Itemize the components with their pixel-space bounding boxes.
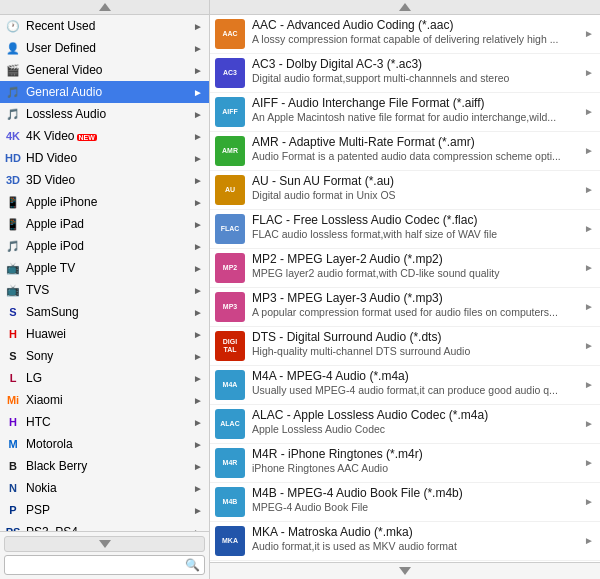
category-icon-apple-ipod: 🎵 xyxy=(4,237,22,255)
format-text-mka: MKA - Matroska Audio (*.mka) Audio forma… xyxy=(252,525,580,552)
sidebar-item-apple-iphone[interactable]: 📱 Apple iPhone ► xyxy=(0,191,209,213)
category-label-3d-video: 3D Video xyxy=(26,173,191,187)
sidebar-item-tvs[interactable]: 📺 TVS ► xyxy=(0,279,209,301)
sidebar-item-general-audio[interactable]: 🎵 General Audio ► xyxy=(0,81,209,103)
format-item-alac[interactable]: ALAC ALAC - Apple Lossless Audio Codec (… xyxy=(210,405,600,444)
category-icon-psp: P xyxy=(4,501,22,519)
chevron-right-icon: ► xyxy=(193,109,203,120)
sidebar-item-3d-video[interactable]: 3D 3D Video ► xyxy=(0,169,209,191)
search-input[interactable] xyxy=(9,559,185,571)
left-panel-up-arrow[interactable] xyxy=(0,0,210,14)
format-item-amr[interactable]: AMR AMR - Adaptive Multi-Rate Format (*.… xyxy=(210,132,600,171)
format-item-m4a[interactable]: M4A M4A - MPEG-4 Audio (*.m4a) Usually u… xyxy=(210,366,600,405)
sidebar-item-xiaomi[interactable]: Mi Xiaomi ► xyxy=(0,389,209,411)
chevron-right-icon: ► xyxy=(193,153,203,164)
category-icon-tvs: 📺 xyxy=(4,281,22,299)
sidebar-item-apple-ipad[interactable]: 📱 Apple iPad ► xyxy=(0,213,209,235)
format-title-m4r: M4R - iPhone Ringtones (*.m4r) xyxy=(252,447,580,461)
category-label-hd-video: HD Video xyxy=(26,151,191,165)
chevron-right-icon: ► xyxy=(584,330,594,351)
chevron-right-icon: ► xyxy=(193,329,203,340)
category-label-xiaomi: Xiaomi xyxy=(26,393,191,407)
sidebar-item-nokia[interactable]: N Nokia ► xyxy=(0,477,209,499)
category-icon-motorola: M xyxy=(4,435,22,453)
format-item-mka[interactable]: MKA MKA - Matroska Audio (*.mka) Audio f… xyxy=(210,522,600,561)
format-text-ac3: AC3 - Dolby Digital AC-3 (*.ac3) Digital… xyxy=(252,57,580,84)
format-item-m4r[interactable]: M4R M4R - iPhone Ringtones (*.m4r) iPhon… xyxy=(210,444,600,483)
sidebar-item-ps3-ps4[interactable]: PS PS3, PS4 ► xyxy=(0,521,209,531)
chevron-right-icon: ► xyxy=(584,369,594,390)
category-label-general-audio: General Audio xyxy=(26,85,191,99)
category-label-samsung: SamSung xyxy=(26,305,191,319)
category-label-general-video: General Video xyxy=(26,63,191,77)
category-icon-apple-ipad: 📱 xyxy=(4,215,22,233)
format-item-ac3[interactable]: AC3 AC3 - Dolby Digital AC-3 (*.ac3) Dig… xyxy=(210,54,600,93)
chevron-right-icon: ► xyxy=(193,219,203,230)
sidebar-item-motorola[interactable]: M Motorola ► xyxy=(0,433,209,455)
format-text-m4r: M4R - iPhone Ringtones (*.m4r) iPhone Ri… xyxy=(252,447,580,474)
chevron-right-icon: ► xyxy=(193,351,203,362)
chevron-right-icon: ► xyxy=(193,395,203,406)
format-item-mp2[interactable]: MP2 MP2 - MPEG Layer-2 Audio (*.mp2) MPE… xyxy=(210,249,600,288)
sidebar-item-samsung[interactable]: S SamSung ► xyxy=(0,301,209,323)
sidebar-item-user-defined[interactable]: 👤 User Defined ► xyxy=(0,37,209,59)
sidebar-item-blackberry[interactable]: B Black Berry ► xyxy=(0,455,209,477)
sidebar-item-apple-tv[interactable]: 📺 Apple TV ► xyxy=(0,257,209,279)
format-text-flac: FLAC - Free Lossless Audio Codec (*.flac… xyxy=(252,213,580,240)
category-label-ps3-ps4: PS3, PS4 xyxy=(26,525,191,531)
sidebar-item-lg[interactable]: L LG ► xyxy=(0,367,209,389)
sidebar-item-psp[interactable]: P PSP ► xyxy=(0,499,209,521)
category-icon-blackberry: B xyxy=(4,457,22,475)
format-title-mka: MKA - Matroska Audio (*.mka) xyxy=(252,525,580,539)
format-title-mp3: MP3 - MPEG Layer-3 Audio (*.mp3) xyxy=(252,291,580,305)
sidebar-item-sony[interactable]: S Sony ► xyxy=(0,345,209,367)
chevron-right-icon: ► xyxy=(193,131,203,142)
sidebar-item-4k-video[interactable]: 4K 4K VideoNEW ► xyxy=(0,125,209,147)
chevron-right-icon: ► xyxy=(584,252,594,273)
category-icon-apple-iphone: 📱 xyxy=(4,193,22,211)
left-down-arrow-button[interactable] xyxy=(4,536,205,552)
chevron-right-icon: ► xyxy=(193,285,203,296)
category-label-htc: HTC xyxy=(26,415,191,429)
format-desc-amr: Audio Format is a patented audio data co… xyxy=(252,150,580,162)
format-text-aac: AAC - Advanced Audio Coding (*.aac) A lo… xyxy=(252,18,580,45)
category-label-blackberry: Black Berry xyxy=(26,459,191,473)
category-icon-lossless-audio: 🎵 xyxy=(4,105,22,123)
category-label-tvs: TVS xyxy=(26,283,191,297)
category-icon-htc: H xyxy=(4,413,22,431)
chevron-right-icon: ► xyxy=(584,447,594,468)
category-icon-3d-video: 3D xyxy=(4,171,22,189)
category-icon-nokia: N xyxy=(4,479,22,497)
format-item-aiff[interactable]: AIFF AIFF - Audio Interchange File Forma… xyxy=(210,93,600,132)
format-item-mp3[interactable]: MP3 MP3 - MPEG Layer-3 Audio (*.mp3) A p… xyxy=(210,288,600,327)
format-icon-dts: DIGI TAL xyxy=(214,330,246,362)
category-icon-lg: L xyxy=(4,369,22,387)
format-title-m4b: M4B - MPEG-4 Audio Book File (*.m4b) xyxy=(252,486,580,500)
format-item-dts[interactable]: DIGI TAL DTS - Digital Surround Audio (*… xyxy=(210,327,600,366)
category-label-lg: LG xyxy=(26,371,191,385)
sidebar-item-recent-used[interactable]: 🕐 Recent Used ► xyxy=(0,15,209,37)
category-label-apple-ipad: Apple iPad xyxy=(26,217,191,231)
category-icon-huawei: H xyxy=(4,325,22,343)
format-text-mp2: MP2 - MPEG Layer-2 Audio (*.mp2) MPEG la… xyxy=(252,252,580,279)
format-item-aac[interactable]: AAC AAC - Advanced Audio Coding (*.aac) … xyxy=(210,15,600,54)
sidebar-item-hd-video[interactable]: HD HD Video ► xyxy=(0,147,209,169)
sidebar-item-htc[interactable]: H HTC ► xyxy=(0,411,209,433)
sidebar-item-lossless-audio[interactable]: 🎵 Lossless Audio ► xyxy=(0,103,209,125)
format-item-m4b[interactable]: M4B M4B - MPEG-4 Audio Book File (*.m4b)… xyxy=(210,483,600,522)
format-item-flac[interactable]: FLAC FLAC - Free Lossless Audio Codec (*… xyxy=(210,210,600,249)
format-item-au[interactable]: AU AU - Sun AU Format (*.au) Digital aud… xyxy=(210,171,600,210)
left-panel-bottom: 🔍 xyxy=(0,531,209,579)
category-icon-4k-video: 4K xyxy=(4,127,22,145)
format-icon-mp3: MP3 xyxy=(214,291,246,323)
sidebar-item-huawei[interactable]: H Huawei ► xyxy=(0,323,209,345)
category-icon-ps3-ps4: PS xyxy=(4,523,22,531)
search-bar[interactable]: 🔍 xyxy=(4,555,205,575)
chevron-right-icon: ► xyxy=(193,461,203,472)
arrow-up-icon xyxy=(99,3,111,11)
sidebar-item-general-video[interactable]: 🎬 General Video ► xyxy=(0,59,209,81)
sidebar-item-apple-ipod[interactable]: 🎵 Apple iPod ► xyxy=(0,235,209,257)
right-panel-up-arrow[interactable] xyxy=(210,0,600,14)
category-icon-sony: S xyxy=(4,347,22,365)
format-icon-mp2: MP2 xyxy=(214,252,246,284)
